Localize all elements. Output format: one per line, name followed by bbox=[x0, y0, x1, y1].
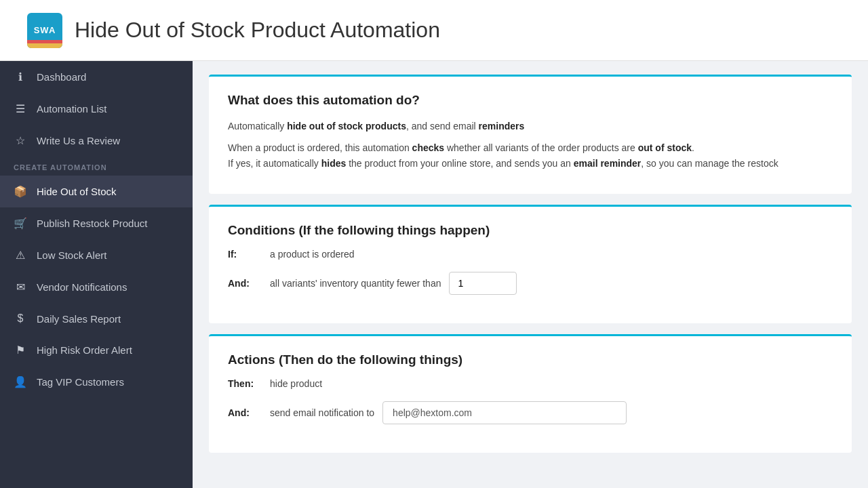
actions-title: Actions (Then do the following things) bbox=[228, 352, 833, 367]
user-icon: 👤 bbox=[14, 375, 27, 388]
and-text: all variants' inventory quantity fewer t… bbox=[270, 278, 441, 289]
sidebar-item-publish-restock[interactable]: 🛒 Publish Restock Product bbox=[0, 207, 193, 239]
star-icon: ☆ bbox=[14, 134, 27, 147]
what-line2-bold1: checks bbox=[412, 142, 444, 153]
what-line3-bold1: hides bbox=[321, 158, 347, 169]
what-line3-mid: the product from your online store, and … bbox=[346, 158, 573, 169]
email-input[interactable] bbox=[382, 401, 627, 424]
sidebar-item-high-risk-order-alert[interactable]: ⚑ High Risk Order Alert bbox=[0, 334, 193, 366]
page-title: Hide Out of Stock Product Automation bbox=[75, 18, 440, 43]
what-line2: When a product is ordered, this automati… bbox=[228, 140, 833, 171]
action-then-row: Then: hide product bbox=[228, 378, 833, 389]
condition-if-row: If: a product is ordered bbox=[228, 249, 833, 260]
logo: SWA bbox=[27, 13, 62, 48]
sidebar-item-vendor-notifications[interactable]: ✉ Vendor Notifications bbox=[0, 271, 193, 303]
sidebar-label-publish-restock: Publish Restock Product bbox=[37, 218, 147, 229]
sidebar-label-write-review: Write Us a Review bbox=[37, 135, 120, 146]
box-icon: 📦 bbox=[14, 185, 27, 198]
what-line3-suffix: , so you can manage the restock bbox=[641, 158, 778, 169]
sidebar-label-dashboard: Dashboard bbox=[37, 71, 86, 83]
what-line1-suffix: , and send email bbox=[406, 121, 479, 131]
sidebar: ℹ Dashboard ☰ Automation List ☆ Write Us… bbox=[0, 61, 193, 488]
then-text: hide product bbox=[270, 378, 322, 389]
sidebar-label-high-risk-order-alert: High Risk Order Alert bbox=[37, 344, 132, 356]
what-line2-bold2: out of stock bbox=[638, 142, 692, 153]
conditions-card: Conditions (If the following things happ… bbox=[209, 205, 852, 323]
what-line1-bold2: reminders bbox=[479, 121, 525, 131]
what-line2-mid1: whether all variants of the order produc… bbox=[444, 142, 638, 153]
conditions-title: Conditions (If the following things happ… bbox=[228, 223, 833, 238]
logo-stripe bbox=[27, 40, 62, 48]
what-section-card: What does this automation do? Automatica… bbox=[209, 75, 852, 194]
dashboard-icon: ℹ bbox=[14, 70, 27, 83]
sidebar-label-automation-list: Automation List bbox=[37, 103, 106, 115]
sidebar-item-hide-out-of-stock[interactable]: 📦 Hide Out of Stock bbox=[0, 176, 193, 207]
sidebar-label-daily-sales-report: Daily Sales Report bbox=[37, 313, 121, 325]
and-label-1: And: bbox=[228, 278, 262, 289]
mail-icon: ✉ bbox=[14, 281, 27, 293]
main-content: What does this automation do? Automatica… bbox=[193, 61, 868, 488]
if-text: a product is ordered bbox=[270, 249, 355, 260]
sidebar-label-vendor-notifications: Vendor Notifications bbox=[37, 281, 127, 293]
then-label: Then: bbox=[228, 378, 262, 389]
sidebar-item-automation-list[interactable]: ☰ Automation List bbox=[0, 93, 193, 125]
sidebar-item-write-review[interactable]: ☆ Write Us a Review bbox=[0, 125, 193, 157]
what-line2-prefix: When a product is ordered, this automati… bbox=[228, 142, 412, 153]
top-header: SWA Hide Out of Stock Product Automation bbox=[0, 0, 868, 61]
sidebar-item-dashboard[interactable]: ℹ Dashboard bbox=[0, 61, 193, 93]
if-label: If: bbox=[228, 249, 262, 260]
quantity-input[interactable] bbox=[449, 272, 517, 295]
what-line3-prefix: If yes, it automatically bbox=[228, 158, 321, 169]
what-line1-bold1: hide out of stock products bbox=[287, 121, 406, 131]
actions-card: Actions (Then do the following things) T… bbox=[209, 334, 852, 453]
and-label-2: And: bbox=[228, 407, 262, 418]
logo-text: SWA bbox=[34, 26, 56, 35]
what-section-title: What does this automation do? bbox=[228, 93, 833, 108]
list-icon: ☰ bbox=[14, 102, 27, 115]
and-email-text: send email notification to bbox=[270, 407, 374, 418]
main-layout: ℹ Dashboard ☰ Automation List ☆ Write Us… bbox=[0, 61, 868, 488]
what-line1: Automatically hide out of stock products… bbox=[228, 119, 833, 134]
dollar-icon: $ bbox=[14, 312, 27, 325]
sidebar-item-daily-sales-report[interactable]: $ Daily Sales Report bbox=[0, 303, 193, 334]
sidebar-label-hide-out-of-stock: Hide Out of Stock bbox=[37, 186, 117, 197]
cart-icon: 🛒 bbox=[14, 217, 27, 230]
action-and-row: And: send email notification to bbox=[228, 401, 833, 424]
sidebar-label-tag-vip-customers: Tag VIP Customers bbox=[37, 376, 124, 388]
what-line1-prefix: Automatically bbox=[228, 121, 287, 131]
what-line3-bold2: email reminder bbox=[574, 158, 642, 169]
flag-icon: ⚑ bbox=[14, 344, 27, 357]
sidebar-item-tag-vip-customers[interactable]: 👤 Tag VIP Customers bbox=[0, 366, 193, 398]
warning-icon: ⚠ bbox=[14, 249, 27, 262]
what-line2-period: . bbox=[692, 142, 694, 153]
sidebar-item-low-stock-alert[interactable]: ⚠ Low Stock Alert bbox=[0, 239, 193, 271]
create-automation-label: CREATE AUTOMATION bbox=[0, 157, 193, 176]
sidebar-label-low-stock-alert: Low Stock Alert bbox=[37, 249, 106, 261]
condition-and-row: And: all variants' inventory quantity fe… bbox=[228, 272, 833, 295]
